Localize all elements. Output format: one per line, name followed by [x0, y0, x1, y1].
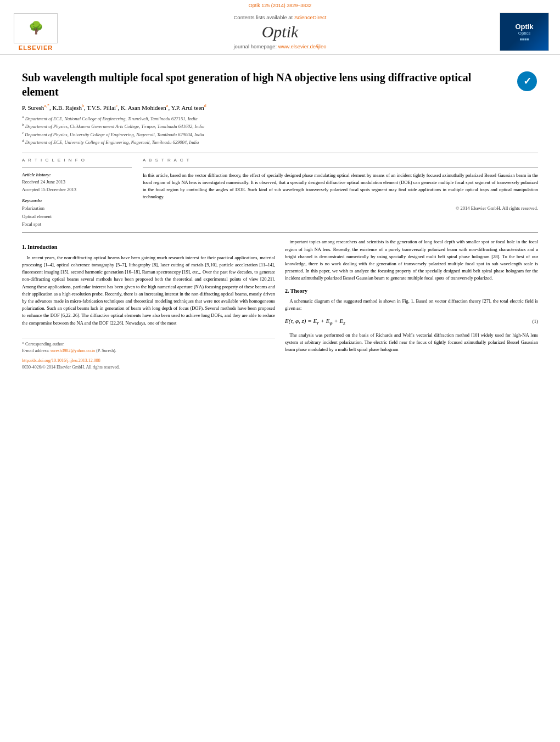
keywords-title: Keywords:	[22, 198, 132, 203]
email-link[interactable]: suresh3982@yahoo.co.in	[51, 348, 95, 353]
abstract-title: A B S T R A C T	[143, 158, 538, 163]
divider-abstract	[143, 167, 538, 168]
article-page: Optik 125 (2014) 3829–3832 🌳 ELSEVIER Co…	[0, 0, 560, 742]
doi-link[interactable]: http://dx.doi.org/10.1016/j.ijleo.2013.1…	[22, 358, 100, 363]
affiliations: a Department of ECE, National College of…	[22, 114, 538, 146]
header-center: Contents lists available at ScienceDirec…	[60, 14, 500, 49]
divider-1	[22, 153, 538, 153]
article-info-col: A R T I C L E I N F O Article history: R…	[22, 158, 132, 228]
crossmark-logo: ✓	[516, 70, 538, 92]
keywords-list: Polarization Optical element Focal spot	[22, 204, 132, 228]
copyright-notice: © 2014 Elsevier GmbH. All rights reserve…	[143, 205, 538, 211]
main-col-right: important topics among researchers and s…	[285, 238, 538, 370]
title-section: Sub wavelength multiple focal spot gener…	[22, 70, 538, 99]
elsevier-tree-icon: 🌳	[29, 21, 43, 35]
journal-header: 🌳 ELSEVIER Contents lists available at S…	[0, 8, 560, 55]
article-title: Sub wavelength multiple focal spot gener…	[22, 70, 508, 99]
abstract-text: In this article, based on the vector dif…	[143, 172, 538, 201]
formula-text: E(r, φ, z) = Er + Eφ + Ez	[285, 316, 345, 327]
formula-number: (1)	[533, 318, 539, 326]
issn-text: 0030-4026/© 2014 Elsevier GmbH. All righ…	[22, 364, 275, 371]
footnote-corresponding: * Corresponding author.	[22, 341, 275, 348]
divider-2	[22, 232, 538, 233]
formula-block: E(r, φ, z) = Er + Eφ + Ez (1)	[285, 316, 538, 327]
intro-right-paragraph: important topics among researchers and s…	[285, 238, 538, 282]
section2-title: 2. Theory	[285, 287, 538, 295]
divider-info	[22, 167, 132, 168]
doi-label: Optik 125 (2014) 3829–3832	[249, 3, 312, 8]
journal-name: Optik	[71, 23, 489, 41]
main-content: 1. Introduction In recent years, the non…	[22, 238, 538, 370]
received-date: Received 24 June 2013 Accepted 15 Decemb…	[22, 178, 132, 193]
footnote-block: * Corresponding author. E-mail address: …	[22, 338, 275, 371]
affiliation-c: c Department of Physics, University Coll…	[22, 130, 538, 138]
section1-title: 1. Introduction	[22, 243, 275, 252]
article-body: Sub wavelength multiple focal spot gener…	[0, 55, 560, 382]
elsevier-logo: 🌳 ELSEVIER	[11, 13, 60, 51]
affiliation-a: a Department of ECE, National College of…	[22, 114, 538, 122]
abstract-col: A B S T R A C T In this article, based o…	[143, 158, 538, 228]
homepage-url[interactable]: www.elsevier.de/ijleo	[278, 43, 327, 49]
history-subtitle: Article history:	[22, 172, 132, 177]
footnote-email: E-mail address: suresh3982@yahoo.co.in (…	[22, 348, 275, 354]
elsevier-logo-box: 🌳	[14, 13, 58, 43]
optik-journal-logo: Optik Optics ■■■■	[500, 13, 549, 51]
article-info-title: A R T I C L E I N F O	[22, 158, 132, 163]
authors-line: P. Suresha,*, K.B. Rajeshb, T.V.S. Pilla…	[22, 103, 538, 111]
crossmark-icon: ✓	[517, 71, 537, 91]
sciencedirect-anchor[interactable]: ScienceDirect	[294, 14, 327, 20]
section2-para1: A schematic diagram of the suggested met…	[285, 298, 538, 312]
elsevier-text: ELSEVIER	[19, 44, 53, 51]
sciencedirect-link: Contents lists available at ScienceDirec…	[71, 14, 489, 20]
affiliation-d: d Department of ECE, University College …	[22, 138, 538, 146]
main-col-left: 1. Introduction In recent years, the non…	[22, 238, 275, 370]
affiliation-b: b Department of Physics, Chikkanna Gover…	[22, 122, 538, 130]
info-abstract-section: A R T I C L E I N F O Article history: R…	[22, 158, 538, 228]
intro-paragraph: In recent years, the non-diffracting opt…	[22, 254, 275, 327]
journal-homepage: journal homepage: www.elsevier.de/ijleo	[71, 43, 489, 49]
section2-para2: The analysis was performed on the basis …	[285, 332, 538, 354]
